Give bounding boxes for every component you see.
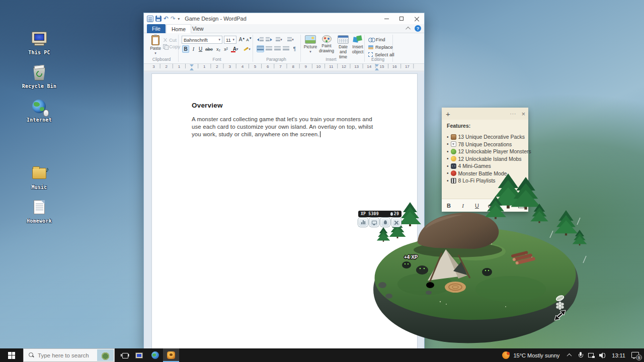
save-icon[interactable] bbox=[155, 16, 162, 22]
tab-view[interactable]: View bbox=[187, 24, 209, 33]
sticky-note-body[interactable]: Features: •13 Unique Decorative Packs •7… bbox=[447, 123, 525, 185]
underline-button[interactable]: U bbox=[197, 45, 204, 53]
redo-icon[interactable]: ↷ bbox=[171, 16, 176, 22]
volume-tray-icon[interactable] bbox=[597, 348, 608, 362]
note-italic-button[interactable]: I bbox=[456, 203, 470, 209]
ruler-number: 17 bbox=[401, 64, 414, 69]
strikethrough-button[interactable]: abe bbox=[204, 45, 214, 53]
ruler-number: 12 bbox=[338, 64, 350, 69]
bold-button[interactable]: B bbox=[182, 45, 189, 53]
close-overlay-button[interactable] bbox=[391, 218, 401, 227]
note-menu-icon[interactable]: ··· bbox=[510, 111, 516, 117]
font-color-button[interactable]: A▾ bbox=[230, 45, 240, 53]
increase-indent-button[interactable] bbox=[265, 36, 273, 43]
line-spacing-button[interactable]: ▾ bbox=[285, 36, 296, 43]
chevron-up-icon bbox=[567, 353, 572, 358]
taskbar-app-this-pc[interactable] bbox=[131, 348, 147, 362]
find-button[interactable]: Find bbox=[368, 37, 385, 42]
note-underline-button[interactable]: U bbox=[470, 203, 484, 209]
insert-object-button[interactable]: Insert object bbox=[351, 35, 364, 55]
microphone-tray-icon[interactable] bbox=[575, 348, 586, 362]
note-image-button[interactable] bbox=[518, 203, 524, 208]
leaf-icon[interactable] bbox=[555, 295, 565, 302]
minimize-button[interactable] bbox=[379, 13, 394, 24]
desktop-icon-this-pc[interactable]: This PC bbox=[20, 31, 58, 55]
action-center-button[interactable]: 5 bbox=[631, 352, 639, 358]
taskbar-app-internet[interactable] bbox=[147, 348, 163, 362]
replace-button[interactable]: Replace bbox=[368, 44, 393, 50]
shrink-font-button[interactable]: A▼ bbox=[246, 36, 253, 43]
grow-font-button[interactable]: A▲ bbox=[238, 36, 246, 43]
wordpad-window: ↶ ↷ ▾ Game Design - WordPad File Home Vi… bbox=[143, 13, 425, 348]
decrease-indent-button[interactable] bbox=[257, 36, 264, 43]
island-app-icon bbox=[167, 351, 175, 359]
paste-button[interactable]: Paste ▾ bbox=[149, 35, 162, 55]
tent bbox=[428, 249, 470, 282]
quick-access-dropdown-icon[interactable]: ▾ bbox=[178, 17, 180, 21]
paint-drawing-button[interactable]: Paint drawing bbox=[319, 35, 334, 54]
note-close-icon[interactable]: × bbox=[521, 111, 525, 117]
subscript-button[interactable]: x₂ bbox=[215, 45, 222, 53]
new-note-icon[interactable]: + bbox=[446, 110, 450, 118]
picture-button[interactable]: Picture ▾ bbox=[303, 35, 318, 54]
align-center-button[interactable] bbox=[265, 45, 273, 52]
list-item: •4 Mini-Games bbox=[447, 163, 525, 169]
display-button[interactable] bbox=[369, 218, 379, 227]
desktop-icon-music[interactable]: ♪ Music bbox=[20, 166, 58, 190]
feature-list: •13 Unique Decorative Packs •78 Unique D… bbox=[447, 134, 525, 184]
ribbon-tabs: File Home View bbox=[144, 24, 424, 33]
desktop-icon-recycle-bin[interactable]: Recycle Bin bbox=[20, 65, 58, 89]
resize-cursor-icon[interactable] bbox=[554, 310, 566, 320]
desktop-icon-internet[interactable]: Internet bbox=[20, 99, 58, 123]
taskbar-search[interactable] bbox=[23, 348, 115, 362]
xp-value: XP 5309 bbox=[361, 212, 379, 216]
close-button[interactable] bbox=[409, 13, 424, 24]
list-button[interactable]: ▾ bbox=[274, 36, 284, 43]
undo-icon[interactable]: ↶ bbox=[164, 16, 169, 22]
ribbon-group-labels: Clipboard Font Paragraph Insert Editing bbox=[144, 56, 424, 63]
ruler-number: 1 bbox=[198, 64, 211, 69]
superscript-button[interactable]: x² bbox=[222, 45, 229, 53]
justify-button[interactable] bbox=[282, 45, 290, 52]
flower-icon[interactable] bbox=[556, 302, 564, 310]
indent-marker[interactable] bbox=[190, 64, 194, 70]
italic-button[interactable]: I bbox=[190, 45, 197, 53]
align-left-button[interactable] bbox=[257, 45, 264, 52]
align-right-button[interactable] bbox=[274, 45, 281, 52]
ruler-number: 14 bbox=[363, 64, 375, 69]
taskbar-clock[interactable]: 13:11 bbox=[608, 352, 629, 358]
help-icon[interactable]: ? bbox=[415, 25, 421, 32]
font-family-select[interactable]: Bahnschrift▾ bbox=[182, 36, 222, 44]
right-indent-marker[interactable] bbox=[375, 64, 379, 70]
sticky-note-header[interactable]: + ··· × bbox=[442, 108, 528, 120]
desktop-icon-homework[interactable]: Homework bbox=[20, 200, 58, 224]
note-bold-button[interactable]: B bbox=[442, 203, 456, 209]
hidden-icons-button[interactable] bbox=[564, 348, 575, 362]
decoration-card-icon bbox=[451, 141, 456, 147]
cut-button[interactable]: Cut bbox=[163, 37, 177, 43]
search-input[interactable] bbox=[38, 352, 92, 358]
tab-file[interactable]: File bbox=[147, 24, 166, 33]
highlight-button[interactable]: ▾ bbox=[242, 45, 253, 53]
task-view-icon bbox=[121, 352, 124, 358]
taskbar-app-island-game[interactable] bbox=[163, 348, 179, 362]
network-tray-icon[interactable] bbox=[586, 348, 597, 362]
paragraph-marks-button[interactable]: ¶ bbox=[291, 45, 298, 52]
water-value: 29 bbox=[394, 212, 399, 216]
stats-button[interactable] bbox=[358, 218, 368, 227]
ruler-number: 8 bbox=[287, 64, 299, 69]
note-strike-button[interactable]: ab bbox=[484, 203, 498, 209]
task-view-button[interactable] bbox=[115, 348, 131, 362]
desktop: This PC Recycle Bin Internet ♪ Music Hom… bbox=[0, 0, 644, 362]
search-highlight-thumbnail[interactable] bbox=[97, 349, 114, 361]
document-body[interactable]: A monster card collecting game that let'… bbox=[192, 116, 380, 138]
group-label-insert: Insert bbox=[326, 57, 336, 62]
start-button[interactable] bbox=[0, 348, 23, 362]
font-size-select[interactable]: 11▾ bbox=[224, 36, 236, 44]
water-button[interactable] bbox=[380, 218, 390, 227]
weather-widget[interactable]: 15°C Mostly sunny bbox=[498, 348, 564, 362]
copy-button[interactable]: Copy bbox=[163, 44, 180, 49]
maximize-button[interactable] bbox=[394, 13, 409, 24]
scissors-icon bbox=[163, 38, 168, 42]
title-bar[interactable]: ↶ ↷ ▾ Game Design - WordPad bbox=[144, 13, 424, 24]
